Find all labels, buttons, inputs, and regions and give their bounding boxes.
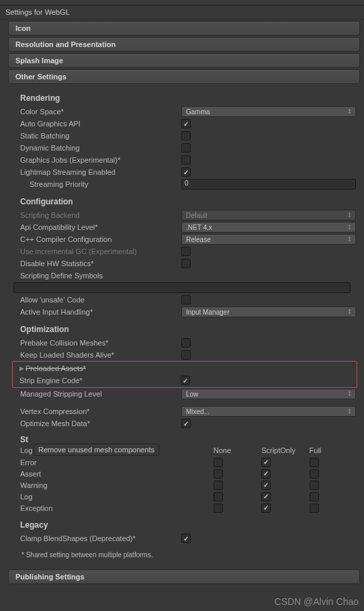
clamp-blendshapes-checkbox[interactable]: [181, 534, 191, 543]
vertex-compression-dropdown[interactable]: Mixed...: [181, 406, 356, 417]
lightmap-streaming-label: Lightmap Streaming Enabled: [20, 168, 181, 176]
preloaded-assets-foldout-icon[interactable]: ▶: [19, 365, 24, 372]
stack-exception-full-checkbox[interactable]: [310, 503, 319, 513]
static-batching-label: Static Batching: [20, 132, 181, 140]
stack-row-assert: Assert: [13, 468, 357, 479]
section-icon[interactable]: Icon: [8, 21, 360, 36]
stack-warning-scriptonly-checkbox[interactable]: [261, 481, 271, 490]
scripting-define-input[interactable]: [13, 282, 351, 293]
configuration-title: Configuration: [20, 197, 357, 206]
cpp-config-dropdown[interactable]: Release: [181, 234, 356, 245]
cpp-config-label: C++ Compiler Configuration: [20, 235, 181, 243]
vertex-compression-label: Vertex Compression*: [20, 407, 181, 415]
auto-graphics-api-label: Auto Graphics API: [20, 120, 181, 128]
stack-row-log: Log: [13, 491, 357, 502]
api-compat-label: Api Compatibility Level*: [20, 223, 181, 231]
preloaded-assets-label[interactable]: Preloaded Assets*: [26, 364, 181, 372]
optimize-mesh-tooltip: Remove unused mesh components: [34, 444, 159, 456]
section-publishing[interactable]: Publishing Settings: [8, 569, 360, 584]
stack-error-none-checkbox[interactable]: [214, 458, 223, 467]
stack-trace-title-prefix: St: [20, 435, 28, 444]
watermark: CSDN @Alvin Chao: [275, 596, 359, 607]
keep-loaded-shaders-checkbox[interactable]: [181, 350, 191, 360]
incremental-gc-label: Use incremental GC (Experimental): [20, 247, 181, 255]
stack-row-label: Log: [20, 493, 214, 501]
stack-row-label: Error: [20, 458, 214, 466]
strip-engine-code-label: Strip Engine Code*: [19, 376, 181, 384]
active-input-dropdown[interactable]: Input Manager: [181, 307, 356, 317]
stack-row-error: Error: [13, 456, 357, 468]
section-other[interactable]: Other Settings: [8, 69, 360, 84]
color-space-dropdown[interactable]: Gamma: [181, 106, 356, 117]
lightmap-streaming-checkbox[interactable]: [181, 167, 191, 177]
static-batching-checkbox[interactable]: [181, 131, 191, 140]
disable-hw-stats-checkbox[interactable]: [181, 259, 191, 268]
managed-stripping-label: Managed Stripping Level: [20, 390, 181, 398]
allow-unsafe-checkbox[interactable]: [181, 295, 191, 304]
optimize-mesh-data-label: Optimize Mesh Data*: [20, 419, 181, 427]
stack-exception-none-checkbox[interactable]: [214, 503, 223, 513]
settings-title: Settings for WebGL: [0, 5, 364, 19]
stack-assert-scriptonly-checkbox[interactable]: [261, 469, 271, 479]
disable-hw-stats-label: Disable HW Statistics*: [20, 259, 181, 268]
stack-log-none-checkbox[interactable]: [214, 492, 223, 501]
allow-unsafe-label: Allow 'unsafe' Code: [20, 296, 181, 304]
graphics-jobs-checkbox[interactable]: [181, 155, 191, 165]
optimize-mesh-data-checkbox[interactable]: [181, 419, 191, 428]
stack-row-warning: Warning: [13, 479, 357, 491]
stack-header-full: Full: [310, 446, 357, 454]
stack-error-scriptonly-checkbox[interactable]: [261, 458, 271, 467]
prebake-collision-checkbox[interactable]: [181, 338, 191, 348]
scripting-backend-dropdown: Default: [181, 210, 356, 220]
graphics-jobs-label: Graphics Jobs (Experimental)*: [20, 156, 181, 164]
color-space-label: Color Space*: [20, 108, 181, 116]
managed-stripping-dropdown[interactable]: Low: [181, 389, 356, 399]
stack-assert-full-checkbox[interactable]: [310, 469, 319, 479]
stack-row-label: Assert: [20, 470, 214, 478]
section-splash[interactable]: Splash Image: [8, 53, 360, 68]
prebake-collision-label: Prebake Collision Meshes*: [20, 339, 181, 347]
streaming-priority-input[interactable]: 0: [181, 179, 356, 190]
stack-row-label: Warning: [20, 481, 214, 489]
api-compat-dropdown[interactable]: .NET 4.x: [181, 222, 356, 233]
incremental-gc-checkbox: [181, 247, 191, 256]
legacy-title: Legacy: [20, 520, 357, 530]
stack-warning-none-checkbox[interactable]: [214, 481, 223, 490]
keep-loaded-shaders-label: Keep Loaded Shaders Alive*: [20, 351, 181, 359]
stack-row-label: Exception: [20, 504, 214, 512]
scripting-backend-label: Scripting Backend: [20, 211, 181, 219]
stack-warning-full-checkbox[interactable]: [310, 481, 319, 490]
dynamic-batching-label: Dynamic Batching: [20, 144, 181, 152]
stack-log-full-checkbox[interactable]: [310, 492, 319, 501]
strip-engine-code-checkbox[interactable]: [181, 376, 190, 385]
stack-assert-none-checkbox[interactable]: [214, 469, 223, 479]
rendering-title: Rendering: [20, 93, 357, 103]
section-resolution[interactable]: Resolution and Presentation: [8, 37, 360, 52]
strip-engine-highlight: ▶Preloaded Assets* Strip Engine Code*: [12, 361, 357, 388]
stack-header-none: None: [214, 446, 261, 454]
stack-error-full-checkbox[interactable]: [310, 458, 319, 467]
shared-setting-footnote: * Shared setting between multiple platfo…: [21, 551, 357, 559]
clamp-blendshapes-label: Clamp BlendShapes (Deprecated)*: [20, 534, 181, 542]
streaming-priority-label: Streaming Priority: [30, 180, 181, 188]
active-input-label: Active Input Handling*: [20, 308, 181, 316]
other-settings-body: Rendering Color Space*Gamma Auto Graphic…: [0, 85, 364, 568]
auto-graphics-api-checkbox[interactable]: [181, 119, 191, 128]
stack-row-exception: Exception: [13, 502, 357, 514]
optimization-title: Optimization: [20, 325, 357, 334]
stack-log-scriptonly-checkbox[interactable]: [261, 492, 271, 501]
dynamic-batching-checkbox[interactable]: [181, 143, 191, 153]
scripting-define-label: Scripting Define Symbols: [20, 272, 181, 280]
stack-header-scriptonly: ScriptOnly: [261, 446, 309, 454]
stack-exception-scriptonly-checkbox[interactable]: [261, 503, 271, 513]
